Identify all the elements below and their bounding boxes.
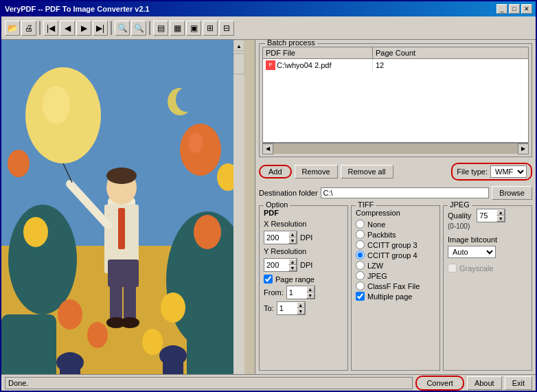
grayscale-label: Grayscale (459, 264, 494, 273)
zoom-in-button[interactable]: 🔍 (115, 21, 130, 36)
quality-down[interactable]: ▼ (496, 216, 505, 222)
main-window: VeryPDF -- PDF To Image Converter v2.1 _… (0, 0, 537, 392)
x-resolution-input-row: ▲ ▼ DPI (264, 231, 343, 244)
compression-lzw-label: LZW (367, 262, 383, 270)
page-range-checkbox[interactable] (264, 275, 273, 284)
svg-point-22 (120, 317, 139, 328)
compression-lzw-radio[interactable] (356, 261, 365, 270)
compression-classf-label: ClassF Fax File (367, 282, 420, 290)
x-resolution-input[interactable] (264, 233, 288, 242)
zoom-out-button[interactable]: 🔍 (131, 21, 146, 36)
compression-classf-radio[interactable] (356, 281, 365, 290)
view-1-button[interactable]: ▤ (153, 21, 168, 36)
x-dpi-label: DPI (300, 233, 312, 242)
file-type-select[interactable]: WMF BMP JPG PNG TIFF EMF (490, 165, 527, 178)
compression-jpeg-label: JPEG (367, 272, 387, 280)
open-button[interactable]: 📂 (5, 21, 20, 36)
y-resolution-up[interactable]: ▲ (288, 259, 297, 265)
from-down[interactable]: ▼ (306, 292, 315, 299)
radio-packbits: Packbits (356, 230, 435, 239)
pdf-sub-label: PDF (264, 209, 343, 217)
maximize-button[interactable]: □ (509, 4, 520, 14)
scroll-right[interactable]: ▶ (518, 143, 529, 154)
x-resolution-down[interactable]: ▼ (288, 238, 297, 244)
view-4-button[interactable]: ⊞ (203, 21, 218, 36)
add-button[interactable]: Add (259, 165, 292, 178)
browse-button[interactable]: Browse (492, 186, 532, 200)
grayscale-checkbox[interactable] (448, 264, 457, 273)
svg-rect-20 (108, 260, 139, 287)
h-scrollbar[interactable]: ◀ ▶ (262, 143, 529, 154)
compression-ccitt3-label: CCITT group 3 (367, 241, 418, 249)
view-2-button[interactable]: ▦ (170, 21, 185, 36)
from-label: From: (264, 288, 284, 297)
x-resolution-up[interactable]: ▲ (288, 231, 297, 238)
remove-button[interactable]: Remove (295, 165, 338, 178)
bitcount-dropdown-row: Auto 1 4 8 16 24 32 (448, 246, 527, 258)
print-button[interactable]: 🖨 (21, 21, 36, 36)
x-resolution-label: X Resolution (264, 220, 306, 228)
svg-point-32 (142, 329, 163, 355)
remove-all-button[interactable]: Remove all (341, 165, 393, 178)
preview-panel: ▲ ▼ (1, 40, 255, 374)
first-page-button[interactable]: |◀ (43, 21, 58, 36)
compression-label: Compression (356, 209, 435, 217)
y-resolution-input[interactable] (264, 260, 288, 270)
batch-row[interactable]: P C:\whyo04 2.pdf 12 (263, 59, 528, 71)
batch-list[interactable]: PDF File Page Count P C:\whyo04 2.pdf 12 (262, 47, 529, 143)
preview-svg: ▲ ▼ (1, 40, 244, 374)
svg-rect-13 (118, 208, 125, 249)
svg-point-24 (188, 132, 203, 153)
compression-ccitt4-radio[interactable] (356, 251, 365, 260)
quality-up[interactable]: ▲ (496, 209, 505, 216)
pdf-preview: ▲ ▼ (1, 40, 255, 374)
multiple-page-checkbox[interactable] (356, 292, 365, 301)
destination-input[interactable] (321, 187, 490, 198)
quality-label: Quality (448, 211, 471, 220)
view-3-button[interactable]: ▣ (186, 21, 201, 36)
to-up[interactable]: ▲ (297, 302, 305, 308)
quality-range-label: (0-100) (448, 222, 527, 230)
next-page-button[interactable]: ▶ (76, 21, 91, 36)
exit-button[interactable]: Exit (505, 376, 532, 390)
compression-jpeg-radio[interactable] (356, 271, 365, 280)
batch-row-file: P C:\whyo04 2.pdf (263, 59, 373, 71)
svg-point-31 (87, 322, 108, 348)
batch-group-label: Batch process (265, 40, 317, 47)
compression-packbits-radio[interactable] (356, 230, 365, 239)
convert-button[interactable]: Convert (415, 376, 464, 391)
svg-point-5 (176, 87, 198, 112)
quality-group: ▲ ▼ (477, 209, 505, 222)
radio-none: None (356, 220, 435, 229)
minimize-button[interactable]: _ (496, 4, 507, 14)
last-page-button[interactable]: ▶| (93, 21, 108, 36)
to-input[interactable] (277, 303, 297, 313)
svg-point-29 (58, 299, 82, 330)
to-down[interactable]: ▼ (297, 308, 305, 314)
compression-ccitt3-radio[interactable] (356, 240, 365, 249)
compression-packbits-label: Packbits (367, 231, 396, 239)
compression-none-radio[interactable] (356, 220, 365, 229)
view-5-button[interactable]: ⊟ (219, 21, 234, 36)
y-resolution-label: Y Resolution (264, 247, 306, 255)
svg-point-3 (43, 86, 70, 124)
col-file-header: PDF File (263, 47, 373, 58)
from-input[interactable] (287, 288, 306, 297)
quality-input[interactable] (477, 211, 496, 220)
close-button[interactable]: ✕ (521, 4, 532, 14)
y-resolution-down[interactable]: ▼ (288, 265, 297, 271)
prev-page-button[interactable]: ◀ (60, 21, 75, 36)
scroll-left[interactable]: ◀ (262, 143, 273, 154)
about-button[interactable]: About (467, 376, 502, 390)
separator-1 (39, 21, 41, 35)
page-range-label: Page range (275, 275, 315, 284)
svg-text:▲: ▲ (236, 43, 242, 49)
pdf-options-label: Option (264, 200, 290, 209)
from-up[interactable]: ▲ (306, 286, 315, 292)
x-resolution-group: ▲ ▼ (264, 231, 297, 244)
svg-point-15 (106, 168, 137, 184)
right-panel: Batch process PDF File Page Count P C:\w… (255, 40, 536, 374)
svg-rect-37 (233, 40, 244, 374)
bitcount-select[interactable]: Auto 1 4 8 16 24 32 (448, 246, 496, 258)
radio-lzw: LZW (356, 261, 435, 270)
